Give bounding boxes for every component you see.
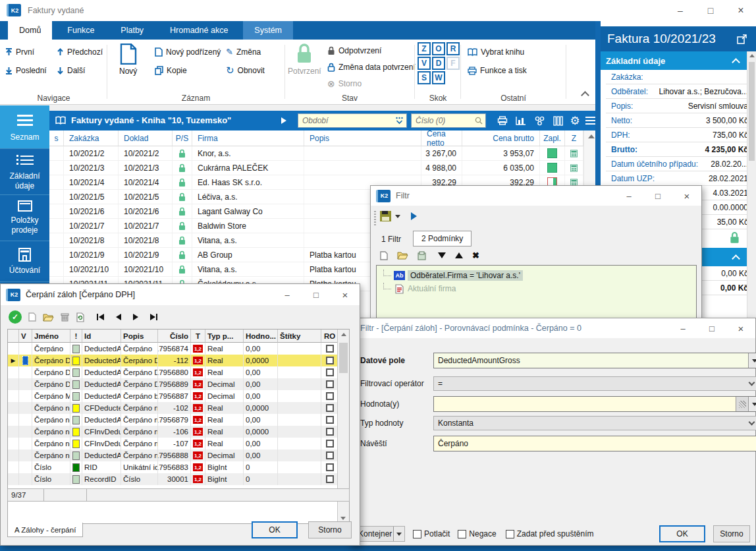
copy-button[interactable]: Kopie <box>155 63 187 78</box>
storno-button[interactable]: ⊗ Storno <box>327 76 362 91</box>
col-header-ro[interactable]: RO <box>321 330 338 343</box>
scroll-up-icon[interactable] <box>341 333 346 336</box>
save-filter-icon[interactable] <box>380 211 391 221</box>
col-header-jmeno[interactable]: Jméno <box>32 330 70 343</box>
maximize-button[interactable]: □ <box>695 0 726 21</box>
col-header-cena-netto[interactable]: Cena netto <box>421 130 462 146</box>
columns-icon[interactable] <box>551 114 565 127</box>
refresh-record-icon[interactable] <box>76 312 85 322</box>
last-button[interactable]: Poslední <box>5 63 47 78</box>
checkbox-icon[interactable] <box>506 530 514 538</box>
jump-f-button[interactable]: F <box>446 57 460 70</box>
sidebar-item-uctovani[interactable]: Účtování <box>0 241 49 282</box>
tab-platby[interactable]: Platby <box>109 21 155 40</box>
cancel-button[interactable]: Storno <box>713 525 750 542</box>
condition-item[interactable]: Aktuální firma <box>383 283 456 295</box>
print-icon[interactable] <box>495 114 510 127</box>
scroll-thumb[interactable] <box>339 343 348 373</box>
workflow-icon[interactable] <box>532 114 547 127</box>
tab-filtr[interactable]: 1 Filtr <box>381 235 401 244</box>
dropdown-icon[interactable] <box>393 527 404 541</box>
sidebar-item-polozky-prodeje[interactable]: Položky prodeje <box>0 195 49 241</box>
sidebar-item-zakladni-udaje[interactable]: Základní údaje <box>0 149 49 195</box>
table-row[interactable]: Čerpáno ne CFInvDedu Čerpáno na -107 1,2… <box>8 438 349 450</box>
refresh-button[interactable]: ↻ Obnovit <box>226 63 265 78</box>
jump-w-button[interactable]: W <box>432 71 445 84</box>
new-child-button[interactable]: Nový podřízený <box>155 45 221 59</box>
open-external-icon[interactable] <box>737 34 747 44</box>
ok-button[interactable]: OK <box>252 521 298 538</box>
search-input[interactable] <box>412 116 475 125</box>
col-header-stitky[interactable]: Štítky <box>278 330 321 343</box>
col-header-hodnota[interactable]: Hodno... <box>244 330 278 343</box>
condition-item[interactable]: Ab Odběratel.Firma = 'Lihovar a.s.' <box>383 270 523 281</box>
col-header-firma[interactable]: Firma <box>192 130 304 146</box>
jump-v-button[interactable]: V <box>418 57 431 70</box>
col-header-typ[interactable]: Typ p... <box>205 330 244 343</box>
maximize-button[interactable]: □ <box>302 284 331 305</box>
minimize-button[interactable]: – <box>273 284 302 305</box>
table-row[interactable]: Číslo RID Unikátní ide 17956883 1,2 BigI… <box>8 461 349 473</box>
readonly-checkbox[interactable] <box>326 368 334 376</box>
tab-system[interactable]: Systém <box>243 21 293 40</box>
close-button[interactable]: × <box>331 284 360 305</box>
next-button[interactable]: Další <box>57 63 85 78</box>
tab-funkce[interactable]: Funkce <box>56 21 105 40</box>
table-row[interactable]: ▶ Čerpáno DF DeductedA Čerpáno DF -112 1… <box>8 355 349 366</box>
checkbox-negace[interactable]: Negace <box>458 529 496 538</box>
data-field-combo[interactable]: DeductedAmountGross <box>433 353 756 368</box>
minimize-button[interactable]: – <box>665 0 695 21</box>
operator-combo[interactable]: = <box>433 376 756 391</box>
checkbox-icon[interactable] <box>458 530 466 538</box>
col-header-s[interactable]: s <box>49 130 64 146</box>
tab-podminky[interactable]: 2 Podmínky <box>413 231 472 246</box>
readonly-checkbox[interactable] <box>326 475 334 483</box>
save-dropdown-icon[interactable] <box>395 215 400 218</box>
col-header-z[interactable]: Z <box>565 130 583 146</box>
col-header-popis[interactable]: Popis <box>121 330 158 343</box>
period-input[interactable] <box>298 116 395 125</box>
jump-o-button[interactable]: O <box>432 42 445 55</box>
caption-input[interactable]: Čerpáno <box>433 436 756 451</box>
run-filter-icon[interactable] <box>411 212 417 220</box>
readonly-checkbox[interactable] <box>326 440 334 448</box>
col-header-zakazka[interactable]: Zakázka <box>64 130 119 146</box>
next-record-icon[interactable] <box>133 314 138 320</box>
package-icon[interactable] <box>418 251 426 260</box>
minimize-button[interactable]: – <box>614 186 643 206</box>
period-dropdown-icon[interactable] <box>395 117 404 125</box>
gear-icon[interactable]: ⚙ <box>568 114 582 127</box>
select-book-button[interactable]: Vybrat knihu <box>468 45 524 59</box>
table-row[interactable]: Číslo RecordID Číslo 30001 1,2 BigInt 0 <box>8 473 349 485</box>
delete-condition-icon[interactable]: ✖ <box>472 250 479 260</box>
readonly-checkbox[interactable] <box>326 357 334 364</box>
table-row[interactable]: Čerpáno ne CFInvDedu Čerpáno na -106 1,2… <box>8 426 349 438</box>
col-header-zapl[interactable]: Zapl. <box>540 130 565 146</box>
table-row[interactable]: Čerpáno ne CFDeducte Čerpáno ne -102 1,2… <box>8 402 349 414</box>
values-input[interactable] <box>433 396 756 412</box>
table-row[interactable]: 10/2021/2 10/2021/2 Knor, a.s. 3 267,00 … <box>49 146 598 161</box>
unconfirm-button[interactable]: Odpotvrzení <box>327 44 381 58</box>
previous-record-icon[interactable] <box>116 314 121 320</box>
readonly-checkbox[interactable] <box>326 392 334 400</box>
minimize-button[interactable]: – <box>668 318 697 338</box>
new-icon[interactable] <box>28 312 36 322</box>
jump-s-button[interactable]: S <box>418 71 431 84</box>
readonly-checkbox[interactable] <box>326 416 334 424</box>
chart-icon[interactable] <box>514 114 528 127</box>
table-row[interactable]: Čerpáno M DeductedA Čerpáno br 17956887 … <box>8 390 349 402</box>
col-header-doklad[interactable]: Doklad <box>119 130 173 146</box>
tab-domu[interactable]: Domů <box>8 21 52 40</box>
first-button[interactable]: První <box>5 45 34 59</box>
col-header-cena-brutto[interactable]: Cena brutto <box>462 130 540 146</box>
table-row[interactable]: Čerpáno DF DeductedA Čerpáno DF 17956880… <box>8 366 349 378</box>
previous-button[interactable]: Předchozí <box>57 45 103 59</box>
table-row[interactable]: Čerpáno DeductedA Čerpáno 17956874 1,2 R… <box>8 343 349 355</box>
last-record-icon[interactable] <box>150 314 157 320</box>
scroll-up-icon[interactable] <box>588 134 595 138</box>
confirm-check-icon[interactable]: ✓ <box>9 310 22 324</box>
bottom-tab-zalohy-cerpani[interactable]: A Zálohy - čerpání <box>7 523 83 537</box>
table-row[interactable]: 10/2021/3 10/2021/3 Cukrárna PALEČEK 4 9… <box>49 161 598 175</box>
table-row[interactable]: Čerpáno ne DeductedA Čerpáno ne 17956879… <box>8 414 349 426</box>
cancel-button[interactable]: Storno <box>308 521 352 538</box>
